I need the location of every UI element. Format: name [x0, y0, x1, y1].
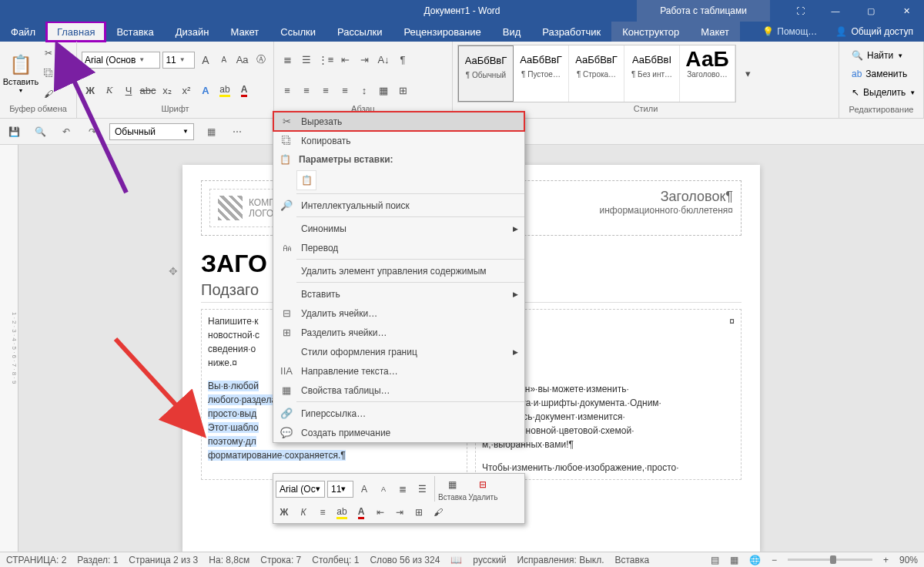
- zoom-out-button[interactable]: −: [772, 555, 777, 565]
- justify-button[interactable]: ≡: [336, 82, 353, 99]
- tab-mailings[interactable]: Рассылки: [326, 22, 393, 42]
- cm-split-cells[interactable]: ⊞Разделить ячейки…: [273, 323, 524, 342]
- grow-font-button[interactable]: A: [197, 52, 213, 69]
- clear-formatting-button[interactable]: Ⓐ: [253, 52, 269, 69]
- cm-delete-content-control[interactable]: Удалить элемент управления содержимым: [273, 261, 524, 280]
- sort-button[interactable]: A↓: [375, 52, 392, 69]
- bold-button[interactable]: Ж: [82, 82, 99, 99]
- shading-button[interactable]: ▦: [375, 82, 392, 99]
- italic-button[interactable]: К: [101, 82, 118, 99]
- cm-copy[interactable]: ⿻Копировать: [273, 131, 524, 150]
- numbering-button[interactable]: ☰: [298, 52, 315, 69]
- mini-insert-table[interactable]: ▦: [444, 476, 461, 493]
- view-print-layout[interactable]: ▦: [730, 555, 738, 565]
- mini-indent-dec[interactable]: ⇤: [372, 504, 389, 521]
- cut-button[interactable]: ✂: [40, 45, 57, 62]
- tab-references[interactable]: Ссылки: [270, 22, 326, 42]
- style-heading[interactable]: АаБЗаголово…: [680, 45, 735, 102]
- mini-bold[interactable]: Ж: [276, 504, 293, 521]
- table-move-handle[interactable]: ✥: [169, 265, 178, 277]
- close-button[interactable]: ✕: [889, 0, 924, 22]
- style-row[interactable]: АаБбВвГ¶ Строка…: [569, 45, 624, 102]
- font-color-button[interactable]: A: [236, 82, 253, 99]
- tab-insert[interactable]: Вставка: [105, 22, 164, 42]
- change-case-button[interactable]: Aa: [234, 52, 250, 69]
- more-qat-button[interactable]: ⋯: [228, 122, 246, 141]
- print-preview-button[interactable]: 🔍: [31, 122, 49, 141]
- align-right-button[interactable]: ≡: [317, 82, 334, 99]
- show-marks-button[interactable]: ¶: [394, 52, 411, 69]
- cm-new-comment[interactable]: 💬Создать примечание: [273, 423, 524, 442]
- mini-delete-table[interactable]: ⊟: [474, 476, 491, 493]
- undo-button[interactable]: ↶: [57, 122, 75, 141]
- mini-borders[interactable]: ⊞: [410, 504, 427, 521]
- align-left-button[interactable]: ≡: [279, 82, 296, 99]
- mini-font-color[interactable]: A: [353, 504, 370, 521]
- status-line[interactable]: Строка: 7: [260, 555, 301, 565]
- status-column[interactable]: Столбец: 1: [312, 555, 359, 565]
- zoom-slider[interactable]: [788, 559, 872, 561]
- style-normal[interactable]: АаБбВвГ¶ Обычный: [458, 45, 514, 102]
- line-spacing-button[interactable]: ↕: [356, 82, 373, 99]
- tab-review[interactable]: Рецензирование: [393, 22, 491, 42]
- minimize-button[interactable]: —: [818, 0, 853, 22]
- mini-italic[interactable]: К: [295, 504, 312, 521]
- cm-smart-lookup[interactable]: 🔎Интеллектуальный поиск: [273, 196, 524, 215]
- tab-table-layout[interactable]: Макет: [690, 22, 740, 42]
- mini-shrink-font[interactable]: A: [375, 481, 392, 498]
- mini-size-combo[interactable]: 11▾: [327, 481, 353, 498]
- superscript-button[interactable]: x²: [178, 82, 195, 99]
- align-center-button[interactable]: ≡: [298, 82, 315, 99]
- subscript-button[interactable]: x₂: [159, 82, 176, 99]
- cm-translate[interactable]: 🗛Перевод: [273, 238, 524, 257]
- tab-view[interactable]: Вид: [492, 22, 532, 42]
- mini-align[interactable]: ≡: [314, 504, 331, 521]
- cm-delete-cells[interactable]: ⊟Удалить ячейки…: [273, 304, 524, 323]
- ribbon-options-button[interactable]: ⛶: [782, 0, 818, 22]
- view-read-mode[interactable]: ▤: [711, 555, 719, 565]
- cm-text-direction[interactable]: IIAНаправление текста…: [273, 361, 524, 381]
- font-size-combo[interactable]: 11▼: [162, 52, 195, 69]
- multilevel-list-button[interactable]: ⋮≡: [317, 52, 334, 69]
- zoom-level[interactable]: 90%: [899, 555, 918, 565]
- style-combo[interactable]: Обычный▼: [109, 123, 194, 140]
- mini-format-painter[interactable]: 🖌: [430, 504, 447, 521]
- mini-highlight[interactable]: ab: [333, 504, 350, 521]
- cm-table-properties[interactable]: ▦Свойства таблицы…: [273, 381, 524, 400]
- copy-button[interactable]: ⿻: [40, 65, 57, 82]
- cm-synonyms[interactable]: Синонимы▶: [273, 219, 524, 238]
- mini-indent-inc[interactable]: ⇥: [391, 504, 408, 521]
- select-button[interactable]: ↖Выделить▼: [847, 83, 920, 102]
- borders-button[interactable]: ⊞: [394, 82, 411, 99]
- decrease-indent-button[interactable]: ⇤: [336, 52, 353, 69]
- mini-bullets[interactable]: ≣: [394, 481, 411, 498]
- status-words[interactable]: Слово 56 из 324: [370, 555, 440, 565]
- tab-developer[interactable]: Разработчик: [531, 22, 611, 42]
- mini-grow-font[interactable]: A: [356, 481, 373, 498]
- status-proofing-icon[interactable]: 📖: [450, 555, 462, 565]
- bullets-button[interactable]: ≣: [279, 52, 296, 69]
- tab-home[interactable]: Главная: [46, 22, 105, 42]
- underline-button[interactable]: Ч: [120, 82, 137, 99]
- redo-button[interactable]: ↷: [83, 122, 102, 141]
- status-insert-mode[interactable]: Вставка: [615, 555, 650, 565]
- font-name-combo[interactable]: Arial (Основ▼: [82, 52, 160, 69]
- cm-cut[interactable]: ✂Вырезать: [273, 112, 524, 131]
- status-track-changes[interactable]: Исправления: Выкл.: [517, 555, 604, 565]
- status-language[interactable]: русский: [473, 555, 506, 565]
- view-web-layout[interactable]: 🌐: [749, 555, 761, 565]
- text-effects-button[interactable]: A: [197, 82, 214, 99]
- replace-button[interactable]: abЗаменить: [847, 65, 920, 83]
- cm-border-styles[interactable]: Стили оформления границ▶: [273, 342, 524, 361]
- tab-design[interactable]: Дизайн: [165, 22, 220, 42]
- tell-me-search[interactable]: 💡Помощ…: [755, 22, 825, 42]
- table-button[interactable]: ▦: [202, 122, 220, 141]
- share-button[interactable]: 👤Общий доступ: [825, 22, 924, 42]
- paste-button[interactable]: 📋 Вставить ▼: [3, 43, 38, 104]
- tab-file[interactable]: Файл: [0, 22, 46, 42]
- status-section[interactable]: Раздел: 1: [77, 555, 118, 565]
- tab-table-design[interactable]: Конструктор: [611, 22, 690, 42]
- format-painter-button[interactable]: 🖌: [40, 86, 57, 102]
- find-button[interactable]: 🔍Найти▼: [847, 46, 920, 65]
- maximize-button[interactable]: ▢: [853, 0, 889, 22]
